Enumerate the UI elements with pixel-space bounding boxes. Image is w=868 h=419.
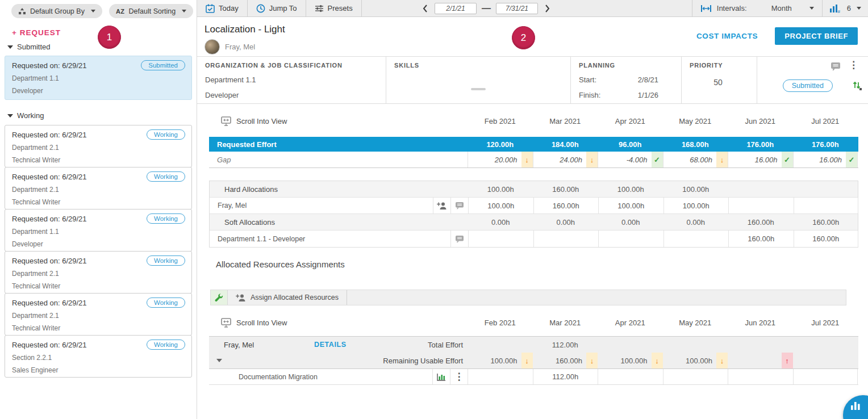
- soft-allocations-label: Soft Allocations: [210, 214, 468, 230]
- cost-impacts-button[interactable]: COST IMPACTS: [696, 32, 758, 40]
- comment-button[interactable]: [450, 198, 468, 213]
- annotation-badge-1: 1: [98, 26, 121, 49]
- gap-indicator-icon: ↓: [586, 152, 598, 167]
- alloc-cell: [728, 198, 794, 213]
- svg-text:#: #: [837, 9, 840, 13]
- org-role: Developer: [205, 91, 386, 99]
- effort-cell: 184.00h: [533, 137, 598, 152]
- sorting-label: Default Sorting: [129, 7, 176, 15]
- alloc-cell: 100.00h: [663, 181, 729, 197]
- org-department: Department 1.1: [205, 76, 386, 84]
- task-cell: 112.00h: [533, 369, 598, 384]
- add-person-icon: [437, 202, 447, 210]
- chevron-down-icon: [857, 7, 861, 10]
- chevron-right-icon: [545, 4, 550, 13]
- alloc-cell: 160.00h: [533, 181, 599, 197]
- swap-resources-button[interactable]: [852, 81, 862, 90]
- alloc-cell: 160.00h: [533, 198, 599, 213]
- total-effort-cell: [793, 337, 858, 353]
- alloc-cell: 100.00h: [468, 198, 533, 213]
- more-menu-button[interactable]: ⋮: [849, 60, 858, 70]
- end-date-input[interactable]: [496, 3, 538, 14]
- request-status-badge[interactable]: Submitted: [783, 79, 833, 92]
- effort-cell: 120.00h: [468, 137, 533, 152]
- scroll-into-view-button[interactable]: Scroll Into View: [209, 116, 287, 126]
- remaining-effort-label: Remaining Usable Effort: [383, 357, 468, 365]
- card-org: Department 2.1: [12, 270, 185, 278]
- scroll-into-view-label: Scroll Into View: [236, 117, 287, 125]
- details-link[interactable]: DETAILS: [314, 341, 347, 349]
- resource-name: Fray, Mel: [209, 341, 314, 349]
- timeline-toolbar: Today Jump To Presets —: [197, 0, 868, 17]
- today-button[interactable]: Today: [197, 0, 248, 16]
- chart-button[interactable]: [432, 369, 450, 384]
- intervals-dropdown[interactable]: Intervals: Month: [692, 0, 822, 16]
- date-range-dash: —: [482, 3, 491, 14]
- month-header: Jul 2021: [793, 313, 858, 332]
- request-card[interactable]: Requested on: 6/29/21 Working Department…: [5, 209, 192, 252]
- avatar: [205, 39, 220, 55]
- resource-name: Fray, Mel: [210, 202, 433, 210]
- start-date-input[interactable]: [435, 3, 477, 14]
- alloc-cell: 160.00h: [794, 231, 859, 247]
- alloc-cell: 100.00h: [598, 181, 663, 197]
- request-card[interactable]: Requested on: 6/29/21 Working Department…: [5, 125, 192, 167]
- total-effort-cell: [728, 337, 793, 353]
- section-submitted[interactable]: Submitted: [7, 43, 51, 51]
- presets-button[interactable]: Presets: [306, 0, 362, 16]
- request-card[interactable]: Requested on: 6/29/21 Working Section 2.…: [5, 335, 192, 378]
- alloc-cell: 160.00h: [728, 214, 794, 230]
- card-role: Technical Writer: [12, 156, 185, 164]
- soft-resource-row: Department 1.1 - Developer 160.00h 160.0…: [210, 230, 858, 247]
- card-org: Section 2.2.1: [12, 354, 185, 362]
- month-header: Jun 2021: [728, 111, 793, 131]
- prev-period-button[interactable]: [420, 4, 429, 13]
- bar-chart-icon: [437, 373, 446, 381]
- comment-button[interactable]: [831, 62, 841, 71]
- card-role: Technical Writer: [12, 198, 185, 206]
- collapse-row-button[interactable]: [216, 359, 222, 362]
- effort-cell: 168.00h: [663, 137, 728, 152]
- alloc-cell: 0.00h: [468, 214, 533, 230]
- request-card[interactable]: Requested on: 6/29/21 Working Department…: [5, 251, 192, 294]
- request-card[interactable]: Requested on: 6/29/21 Working Department…: [5, 167, 192, 210]
- scroll-into-view-button[interactable]: Scroll Into View: [209, 318, 287, 328]
- chevron-down-icon: [91, 10, 95, 12]
- interval-count-dropdown[interactable]: # 6: [822, 0, 868, 16]
- section-working[interactable]: Working: [7, 111, 44, 120]
- add-person-button[interactable]: [433, 198, 450, 213]
- new-request-button[interactable]: + REQUEST: [12, 28, 61, 37]
- next-period-button[interactable]: [543, 4, 552, 13]
- priority-header: PRIORITY: [690, 62, 757, 69]
- sorting-dropdown[interactable]: AZ Default Sorting: [109, 4, 193, 18]
- task-more-menu-button[interactable]: ⋮: [450, 369, 468, 384]
- requested-effort-table: Scroll Into View Feb 2021 Mar 2021 Apr 2…: [209, 111, 858, 248]
- jump-to-button[interactable]: Jump To: [248, 0, 306, 16]
- project-brief-button[interactable]: PROJECT BRIEF: [775, 27, 858, 45]
- start-value: 2/8/21: [638, 76, 658, 84]
- assignments-heading: Allocated Resources Assignments: [216, 259, 345, 269]
- status-badge: Working: [147, 255, 185, 266]
- assign-allocated-resources-button[interactable]: Assign Allocated Resources: [228, 290, 347, 305]
- alloc-cell: 100.00h: [468, 181, 533, 197]
- comment-icon: [455, 202, 464, 210]
- month-header: May 2021: [663, 111, 728, 131]
- total-effort-label: Total Effort: [428, 341, 468, 349]
- card-role: Sales Engineer: [12, 366, 185, 374]
- task-cell: [663, 369, 728, 384]
- gap-cell: 16.00h✓: [728, 152, 793, 167]
- interval-count-value: 6: [847, 4, 851, 12]
- remaining-indicator-icon: ↓: [586, 353, 598, 368]
- group-by-dropdown[interactable]: Default Group By: [11, 4, 102, 18]
- request-card[interactable]: Requested on: 6/29/21 Submitted Departme…: [5, 56, 192, 100]
- request-card[interactable]: Requested on: 6/29/21 Working Department…: [5, 293, 192, 336]
- tools-button[interactable]: [211, 290, 228, 305]
- chevron-down-icon: [809, 7, 814, 10]
- alloc-cell: 0.00h: [533, 214, 599, 230]
- main-panel: Today Jump To Presets —: [197, 0, 868, 419]
- hard-allocations-label: Hard Allocations: [210, 181, 468, 197]
- remaining-cell: 100.00h↓: [468, 353, 533, 368]
- remaining-indicator-icon: ↓: [652, 353, 663, 368]
- resource-name: Department 1.1 - Developer: [210, 235, 450, 243]
- comment-button[interactable]: [450, 231, 468, 247]
